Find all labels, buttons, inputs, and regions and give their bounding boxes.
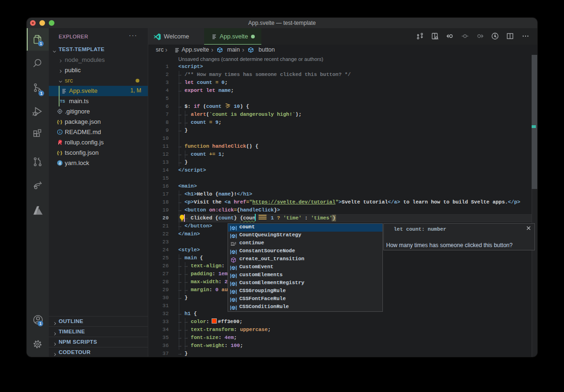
svg-text:{·}: {·} [57, 119, 62, 124]
svg-text:TS: TS [60, 99, 65, 104]
svg-text:{·}: {·} [57, 150, 62, 155]
